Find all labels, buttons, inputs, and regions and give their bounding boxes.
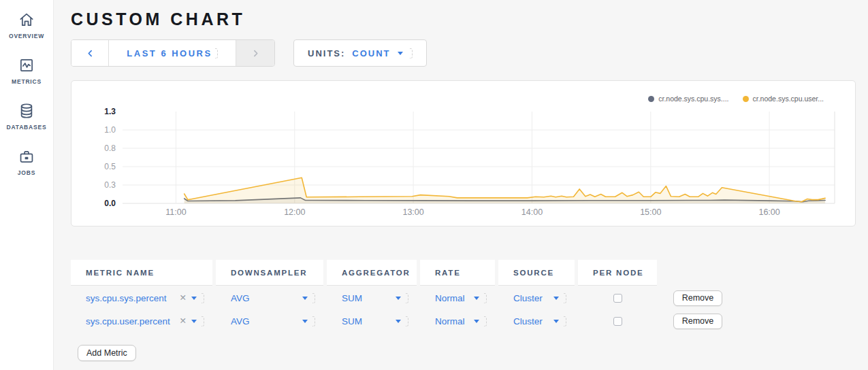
aggregator-select[interactable]: SUM [327,310,417,332]
y-axis-tick-label: 1.0 [104,125,116,135]
y-axis-tick-label: 0.5 [104,162,116,171]
rate-select-value: Normal [435,316,469,326]
downsampler-select[interactable]: AVG [216,287,323,309]
remove-metric-button[interactable]: Remove [673,314,723,329]
table-row: sys.cpu.sys.percent✕AVGSUMNormalClusterR… [71,287,868,309]
x-axis-tick-label: 11:00 [165,207,186,217]
remove-metric-button[interactable]: Remove [673,290,723,306]
column-header-source: SOURCE [498,260,575,286]
rate-select[interactable]: Normal [420,310,495,332]
time-window-button[interactable]: LAST 6 HOURS [109,40,236,66]
clear-metric-icon[interactable]: ✕ [180,317,187,326]
page-title: CUSTOM CHART [71,10,868,29]
metric-name-dropdown[interactable]: sys.cpu.sys.percent✕ [71,287,212,309]
metrics-icon [18,56,35,74]
y-axis-tick-label: 0.3 [104,180,116,190]
column-header-downsampler: DOWNSAMPLER [216,260,323,286]
chevron-down-icon [396,320,401,323]
column-header-actions [660,260,735,286]
rate-select-value: Normal [435,293,469,303]
y-axis-tick-label: 1.3 [104,107,116,116]
dropdown-tick [202,293,204,303]
source-select[interactable]: Cluster [498,287,575,309]
briefcase-icon [18,148,35,165]
chevron-left-icon [86,49,95,58]
chevron-down-icon [191,320,197,323]
chevron-down-icon [398,52,403,55]
x-axis-tick-label: 13:00 [402,207,423,217]
metric-name-dropdown[interactable]: sys.cpu.user.percent✕ [71,310,212,332]
main-content: CUSTOM CHART LAST 6 HOURS UNITS: COUNT 0… [54,0,868,361]
database-icon [18,102,35,120]
chevron-down-icon [302,297,308,300]
row-actions: Remove [660,310,735,332]
column-header-rate: RATE [420,260,495,286]
chart-legend: cr.node.sys.cpu.sys....cr.node.sys.cpu.u… [648,95,824,103]
source-select[interactable]: Cluster [498,310,575,332]
column-header-metric-name: METRIC NAME [71,260,212,286]
downsampler-select-value: AVG [231,293,298,303]
add-metric-button[interactable]: Add Metric [78,345,136,361]
dropdown-tick [484,293,487,303]
y-axis-tick-label: 0.8 [104,144,116,153]
table-row: sys.cpu.user.percent✕AVGSUMNormalCluster… [71,310,868,332]
legend-label: cr.node.sys.cpu.sys.... [658,95,728,103]
sidebar-item-jobs[interactable]: JOBS [0,148,53,176]
table-header-row: METRIC NAMEDOWNSAMPLERAGGREGATORRATESOUR… [71,260,868,286]
metric-name-value: sys.cpu.sys.percent [86,293,175,303]
sidebar-item-label: DATABASES [7,124,47,131]
sidebar: OVERVIEW METRICS DATABASES JOBS [0,0,54,370]
time-window-selector: LAST 6 HOURS [71,39,275,67]
chevron-down-icon [396,297,401,300]
source-select-value: Cluster [513,293,549,303]
home-icon [18,11,35,29]
time-prev-button[interactable] [71,40,109,66]
sidebar-item-label: METRICS [12,78,42,85]
sidebar-item-databases[interactable]: DATABASES [0,102,53,131]
dropdown-tick [410,48,413,58]
dropdown-tick [484,316,487,326]
sidebar-item-label: JOBS [18,169,35,176]
legend-item-1[interactable]: cr.node.sys.cpu.user... [743,95,824,103]
dropdown-tick [564,316,566,326]
per-node-checkbox[interactable] [613,294,622,303]
chevron-down-icon [302,320,308,323]
metrics-table: METRIC NAMEDOWNSAMPLERAGGREGATORRATESOUR… [71,260,868,332]
downsampler-select[interactable]: AVG [216,310,323,332]
sidebar-item-label: OVERVIEW [9,33,44,39]
clear-metric-icon[interactable]: ✕ [180,294,187,303]
legend-dot-icon [648,96,654,102]
chevron-down-icon [553,297,559,300]
column-header-aggregator: AGGREGATOR [327,260,417,286]
dropdown-tick [564,293,566,303]
sidebar-item-overview[interactable]: OVERVIEW [0,11,53,39]
per-node-cell [578,287,657,309]
rate-select[interactable]: Normal [420,287,495,309]
time-window-label: LAST 6 HOURS [127,48,212,58]
legend-label: cr.node.sys.cpu.user... [753,95,824,103]
per-node-checkbox[interactable] [613,317,622,326]
legend-item-0[interactable]: cr.node.sys.cpu.sys.... [648,95,728,103]
column-header-per-node: PER NODE [578,260,657,286]
x-axis-tick-label: 16:00 [758,207,779,217]
dropdown-tick [406,293,408,303]
downsampler-select-value: AVG [231,316,298,326]
units-value: COUNT [352,48,390,58]
dropdown-tick [202,316,204,326]
units-selector[interactable]: UNITS: COUNT [293,39,427,67]
x-axis-tick-label: 15:00 [640,207,661,217]
dropdown-tick [406,316,408,326]
aggregator-select-value: SUM [342,316,391,326]
chevron-down-icon [553,320,559,323]
legend-dot-icon [743,96,749,102]
chevron-down-icon [474,320,479,323]
x-axis-tick-label: 14:00 [521,207,543,217]
time-next-button[interactable] [236,40,274,66]
units-label: UNITS: [308,48,345,58]
table-body: sys.cpu.sys.percent✕AVGSUMNormalClusterR… [71,287,868,332]
metric-name-value: sys.cpu.user.percent [86,316,175,326]
dropdown-tick [312,316,315,326]
aggregator-select[interactable]: SUM [327,287,417,309]
sidebar-item-metrics[interactable]: METRICS [0,56,53,85]
chevron-down-icon [474,297,479,300]
